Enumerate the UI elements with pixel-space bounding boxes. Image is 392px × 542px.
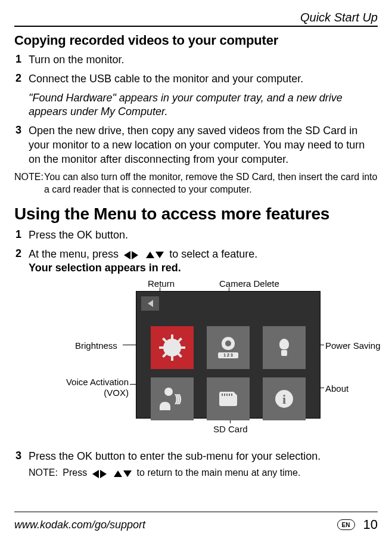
up-down-arrows-icon <box>114 470 132 477</box>
return-tile <box>141 296 159 311</box>
step-prefix: At the menu, press <box>29 248 119 260</box>
step-body: Open the new drive, then copy any saved … <box>29 124 378 166</box>
step-body: Turn on the monitor. <box>29 53 124 67</box>
bulb-icon <box>279 339 289 357</box>
section-header: Quick Start Up <box>14 11 378 24</box>
footer-url: www.kodak.com/go/support <box>14 519 145 531</box>
callout-brightness: Brightness <box>75 340 117 352</box>
step-number: 1 <box>15 228 29 243</box>
copy-step-1: 1 Turn on the monitor. <box>14 53 378 67</box>
step-result-text: "Found Hardware" appears in your compute… <box>29 91 378 120</box>
step-text: Press the OK button to enter the sub-men… <box>29 450 321 462</box>
header-rule <box>14 26 378 27</box>
step-number: 2 <box>15 72 29 119</box>
menu-step-2: 2 At the menu, press to select a feature… <box>14 247 378 445</box>
step-body: At the menu, press to select a feature. … <box>29 247 257 445</box>
callout-sd-card: SD Card <box>213 423 248 435</box>
step-body: Connect the USB cable to the monitor and… <box>29 72 378 119</box>
menu-grid: 1 2 3 ))) <box>151 326 306 420</box>
step-number: 1 <box>15 53 29 67</box>
menu-steps-list: 1 Press the OK button. 2 At the menu, pr… <box>14 228 378 479</box>
tile-brightness <box>151 326 194 369</box>
step-body: Press the OK button to enter the sub-men… <box>29 450 321 479</box>
up-down-arrows-icon <box>146 252 164 258</box>
callout-power-saving: Power Saving <box>325 340 381 352</box>
copy-steps-list: 1 Turn on the monitor. 2 Connect the USB… <box>14 53 378 166</box>
step-body: Press the OK button. <box>29 228 128 243</box>
note-label: NOTE: <box>14 171 44 196</box>
tile-about: i <box>263 377 306 420</box>
page-footer: www.kodak.com/go/support EN 10 <box>14 512 378 532</box>
menu-step-3: 3 Press the OK button to enter the sub-m… <box>14 450 378 479</box>
step-number: 3 <box>15 450 29 479</box>
step-bold-line: Your selection appears in red. <box>29 262 181 274</box>
tile-vox: ))) <box>151 377 194 420</box>
note-prefix: Press <box>63 467 87 478</box>
tile-sd-card <box>207 377 250 420</box>
copy-step-3: 3 Open the new drive, then copy any save… <box>14 124 378 166</box>
voice-activation-icon: ))) <box>164 388 180 410</box>
page-number: 10 <box>363 517 378 532</box>
tile-power-saving <box>263 326 306 369</box>
note-suffix: to return to the main menu at any time. <box>137 467 301 478</box>
note-label: NOTE: <box>29 467 58 478</box>
callout-vox-line2: (VOX) <box>104 388 129 398</box>
menu-step-1: 1 Press the OK button. <box>14 228 378 243</box>
sd-card-icon <box>219 392 237 406</box>
menu-figure: Return Camera Delete Brightness Voice Ac… <box>29 278 257 445</box>
copy-step-2: 2 Connect the USB cable to the monitor a… <box>14 72 378 119</box>
left-right-arrows-icon <box>124 251 138 259</box>
callout-return: Return <box>148 278 175 290</box>
heading-using-menu: Using the Menu to access more features <box>14 205 378 224</box>
left-right-arrows-icon <box>92 470 107 478</box>
device-screen: 1 2 3 ))) <box>136 291 321 419</box>
step-number: 2 <box>15 247 29 445</box>
back-arrow-icon <box>148 300 153 307</box>
camera-bar-numbers: 1 2 3 <box>218 352 238 358</box>
copy-note: NOTE: You can also turn off the monitor,… <box>14 171 378 196</box>
tile-camera-delete: 1 2 3 <box>207 326 250 369</box>
callout-about: About <box>325 383 349 395</box>
step-suffix: to select a feature. <box>169 248 257 260</box>
callout-vox-line1: Voice Activation <box>66 377 129 387</box>
language-badge: EN <box>337 519 355 530</box>
camera-icon: 1 2 3 <box>216 337 240 358</box>
brightness-icon <box>163 339 181 357</box>
step-note: NOTE: Press to return to the main menu a… <box>29 466 321 479</box>
callout-vox: Voice Activation (VOX) <box>57 377 129 398</box>
info-icon: i <box>275 390 293 408</box>
note-text: You can also turn off the monitor, remov… <box>44 171 378 196</box>
heading-copy-videos: Copying recorded videos to your computer <box>14 33 378 48</box>
step-text: Connect the USB cable to the monitor and… <box>29 73 303 85</box>
step-number: 3 <box>15 124 29 166</box>
